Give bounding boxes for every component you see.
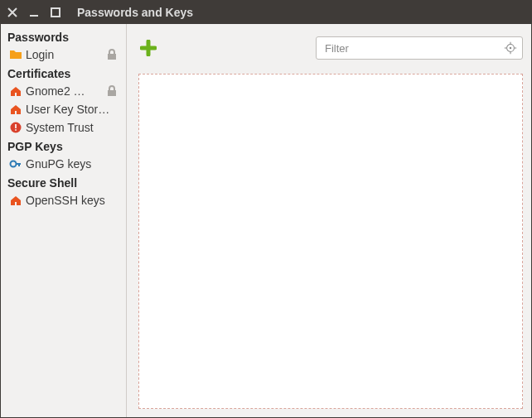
sidebar-item-label: GnuPG keys [26, 157, 119, 171]
toolbar [127, 24, 531, 65]
key-icon [9, 157, 22, 171]
filter-field[interactable] [316, 36, 523, 60]
filter-input[interactable] [323, 41, 502, 55]
window-body: Passwords Login Certificates Gnome2 … Us… [1, 24, 531, 417]
sidebar-item-label: Login [26, 48, 101, 61]
sidebar-item-gnome2[interactable]: Gnome2 … [1, 82, 126, 100]
sidebar-item-system-trust[interactable]: System Trust [1, 118, 126, 137]
main-panel [127, 24, 531, 417]
svg-rect-0 [51, 8, 60, 17]
section-header-ssh: Secure Shell [1, 173, 126, 191]
svg-point-4 [11, 161, 17, 167]
window-maximize-button[interactable] [51, 7, 60, 17]
locate-icon[interactable] [502, 40, 519, 56]
close-icon [6, 6, 19, 19]
sidebar-item-login[interactable]: Login [1, 46, 126, 64]
home-icon [9, 84, 22, 98]
sidebar-item-openssh[interactable]: OpenSSH keys [1, 191, 126, 209]
maximize-icon [49, 6, 62, 19]
home-icon [9, 103, 22, 116]
sidebar-item-label: User Key Stor… [26, 103, 119, 116]
sidebar-item-label: OpenSSH keys [26, 194, 119, 207]
section-header-certificates: Certificates [1, 64, 126, 82]
content-area [138, 74, 523, 409]
lock-icon [105, 48, 118, 61]
folder-icon [9, 48, 22, 61]
section-header-pgp: PGP Keys [1, 137, 126, 155]
sidebar-item-user-key-store[interactable]: User Key Stor… [1, 100, 126, 118]
sidebar-item-label: Gnome2 … [26, 84, 101, 98]
window-minimize-button[interactable] [29, 7, 39, 17]
section-header-passwords: Passwords [1, 27, 126, 46]
sidebar-item-gnupg[interactable]: GnuPG keys [1, 155, 126, 173]
window-title: Passwords and Keys [77, 6, 193, 19]
minimize-icon [27, 6, 41, 19]
window-close-button[interactable] [7, 7, 17, 17]
svg-rect-2 [15, 124, 17, 128]
add-button[interactable] [138, 38, 158, 58]
sidebar: Passwords Login Certificates Gnome2 … Us… [1, 24, 127, 417]
plus-icon [140, 40, 157, 56]
svg-point-6 [510, 47, 512, 50]
lock-icon [105, 84, 118, 98]
error-icon [9, 121, 22, 134]
home-icon [9, 194, 22, 207]
app-window: Passwords and Keys Passwords Login Certi… [0, 0, 532, 418]
titlebar: Passwords and Keys [1, 1, 531, 24]
sidebar-item-label: System Trust [26, 121, 119, 134]
svg-rect-3 [15, 129, 17, 131]
